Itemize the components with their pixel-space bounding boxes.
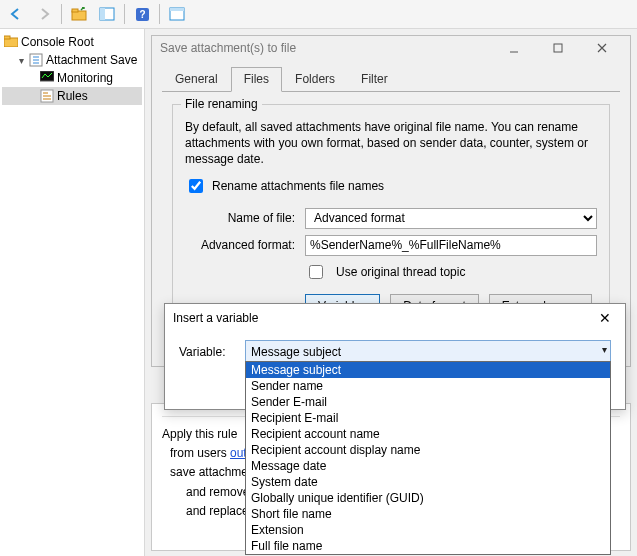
layout-b-icon[interactable] [164, 2, 190, 26]
toolbar-separator [61, 4, 62, 24]
tab-files[interactable]: Files [231, 67, 282, 92]
svg-text:?: ? [139, 9, 145, 20]
dialog-title: Save attachment(s) to file [160, 41, 494, 55]
forward-icon[interactable] [31, 2, 57, 26]
file-renaming-group: File renaming By default, all saved atta… [172, 104, 610, 333]
group-description: By default, all saved attachments have o… [185, 119, 597, 168]
nav-tree: Console Root ▾ Attachment Save Monitorin… [0, 29, 145, 556]
minimize-button[interactable] [494, 36, 534, 60]
variable-option[interactable]: Extension [246, 522, 610, 538]
dialog-tabs: General Files Folders Filter [152, 66, 630, 91]
svg-rect-3 [100, 8, 105, 20]
monitor-icon [40, 71, 54, 85]
tree-monitoring[interactable]: Monitoring [2, 69, 142, 87]
tree-console-root[interactable]: Console Root [2, 33, 142, 51]
layout-a-icon[interactable] [94, 2, 120, 26]
tree-attachment-save[interactable]: ▾ Attachment Save [2, 51, 142, 69]
variable-dropdown-list: Message subjectSender nameSender E-mailR… [245, 361, 611, 555]
svg-rect-9 [4, 36, 10, 39]
orig-topic-checkbox[interactable] [309, 265, 323, 279]
tree-rules[interactable]: Rules [2, 87, 142, 105]
help-icon[interactable]: ? [129, 2, 155, 26]
variable-option[interactable]: Recipient account display name [246, 442, 610, 458]
advanced-format-label: Advanced format: [185, 238, 295, 252]
app-toolbar: ? [0, 0, 637, 29]
rename-checkbox[interactable] [189, 179, 203, 193]
tree-label: Console Root [21, 35, 94, 49]
group-legend: File renaming [181, 97, 262, 111]
variable-option[interactable]: Recipient account name [246, 426, 610, 442]
folder-icon [4, 35, 18, 49]
variable-option[interactable]: Sender E-mail address local part [246, 554, 610, 555]
tree-label: Attachment Save [46, 53, 137, 67]
dialog-titlebar: Save attachment(s) to file [152, 36, 630, 60]
attachment-icon [29, 53, 43, 67]
tab-general[interactable]: General [162, 67, 231, 92]
variable-option[interactable]: Message subject [246, 362, 610, 378]
popup-title: Insert a variable [173, 311, 593, 325]
folder-up-icon[interactable] [66, 2, 92, 26]
close-button[interactable] [582, 36, 622, 60]
svg-rect-7 [170, 8, 184, 11]
name-of-file-label: Name of file: [185, 211, 295, 225]
maximize-button[interactable] [538, 36, 578, 60]
chevron-down-icon: ▾ [602, 344, 607, 355]
svg-rect-1 [72, 9, 78, 12]
variable-option[interactable]: Full file name [246, 538, 610, 554]
variable-option[interactable]: Message date [246, 458, 610, 474]
collapse-icon[interactable]: ▾ [16, 55, 26, 66]
advanced-format-input[interactable] [305, 235, 597, 256]
tab-folders[interactable]: Folders [282, 67, 348, 92]
variable-selected: Message subject [251, 345, 341, 359]
back-icon[interactable] [3, 2, 29, 26]
svg-rect-14 [554, 44, 562, 52]
variable-option[interactable]: Sender name [246, 378, 610, 394]
toolbar-separator [159, 4, 160, 24]
variable-option[interactable]: Short file name [246, 506, 610, 522]
toolbar-separator [124, 4, 125, 24]
rules-icon [40, 89, 54, 103]
variable-label: Variable: [179, 345, 235, 359]
variable-option[interactable]: Sender E-mail [246, 394, 610, 410]
variable-option[interactable]: System date [246, 474, 610, 490]
tree-label: Monitoring [57, 71, 113, 85]
variable-option[interactable]: Globally unique identifier (GUID) [246, 490, 610, 506]
insert-variable-popup: Insert a variable ✕ Variable: Message su… [164, 303, 626, 410]
orig-topic-label: Use original thread topic [336, 265, 465, 279]
variable-combobox[interactable]: Message subject ▾ Message subjectSender … [245, 340, 611, 363]
tree-label: Rules [57, 89, 88, 103]
name-of-file-select[interactable]: Advanced format [305, 208, 597, 229]
popup-close-icon[interactable]: ✕ [593, 310, 617, 326]
rename-checkbox-label: Rename attachments file names [212, 179, 384, 193]
variable-option[interactable]: Recipient E-mail [246, 410, 610, 426]
tab-filter[interactable]: Filter [348, 67, 401, 92]
